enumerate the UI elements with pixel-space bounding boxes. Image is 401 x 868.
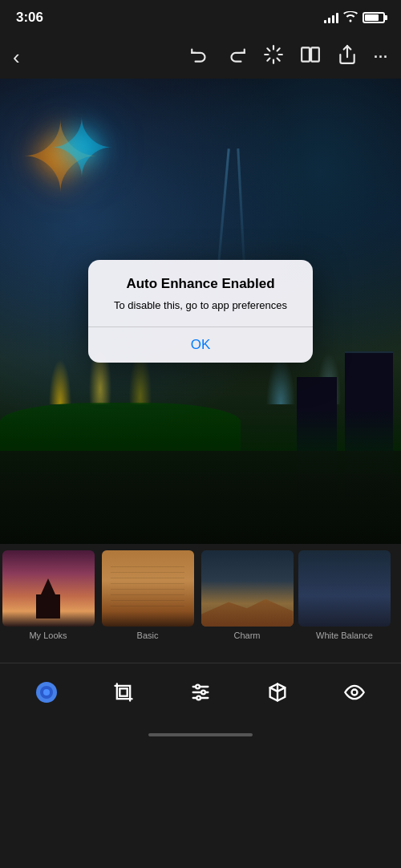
thumbnail-strip: My Looks Basic Charm White Balance [0, 544, 401, 663]
magic-button[interactable] [263, 44, 284, 70]
my-looks-label: My Looks [29, 631, 67, 640]
svg-point-19 [201, 691, 205, 695]
svg-rect-9 [311, 47, 319, 61]
charm-image [201, 550, 294, 627]
crop-icon [112, 681, 135, 709]
editor-toolbar: ‹ [0, 35, 401, 79]
svg-rect-14 [119, 688, 127, 696]
thumbnail-charm[interactable]: Charm [199, 550, 295, 640]
presets-icon [34, 680, 59, 710]
basic-label: Basic [137, 631, 159, 640]
wb-image [298, 550, 391, 627]
thumbnail-my-looks[interactable]: My Looks [0, 550, 96, 640]
tool-adjustments[interactable] [176, 681, 225, 709]
signal-icon [324, 12, 338, 23]
modal-message: To disable this, go to app preferences [104, 298, 297, 313]
toolbar-right: ··· [189, 44, 388, 70]
toolbar-left: ‹ [13, 45, 20, 70]
modal-ok-label: OK [191, 337, 211, 352]
my-looks-image [2, 550, 95, 627]
modal-content: Auto Enhance Enabled To disable this, go… [88, 260, 313, 326]
share-button[interactable] [337, 44, 358, 70]
charm-preview [201, 550, 294, 627]
redo-button[interactable] [226, 44, 247, 70]
wifi-icon [343, 11, 358, 25]
wb-label: White Balance [316, 631, 373, 640]
photo-area: Auto Enhance Enabled To disable this, go… [0, 79, 401, 544]
status-bar: 3:06 [0, 0, 401, 35]
svg-line-7 [277, 48, 280, 51]
basic-preview [102, 550, 194, 627]
my-looks-preview [2, 550, 95, 627]
status-icons [324, 11, 385, 25]
svg-point-18 [196, 685, 200, 689]
thumbnail-basic[interactable]: Basic [99, 550, 196, 640]
svg-line-2 [267, 48, 269, 51]
svg-point-20 [196, 696, 200, 700]
home-indicator [0, 727, 401, 743]
undo-button[interactable] [189, 44, 210, 70]
bottom-toolbar [0, 663, 401, 727]
more-button[interactable]: ··· [374, 49, 388, 66]
svg-point-13 [43, 689, 50, 696]
svg-line-3 [277, 59, 280, 61]
tool-crop[interactable] [99, 681, 148, 709]
basic-image [102, 550, 194, 627]
modal-title: Auto Enhance Enabled [104, 276, 297, 292]
modal-ok-button[interactable]: OK [88, 327, 313, 363]
auto-enhance-modal: Auto Enhance Enabled To disable this, go… [88, 260, 313, 362]
modal-overlay: Auto Enhance Enabled To disable this, go… [0, 79, 401, 544]
svg-point-21 [352, 690, 358, 696]
battery-icon [363, 12, 385, 23]
thumbnail-white-balance[interactable]: White Balance [298, 550, 391, 640]
healing-icon [266, 681, 289, 709]
back-button[interactable]: ‹ [13, 45, 20, 70]
status-time: 3:06 [16, 10, 43, 26]
tool-view[interactable] [330, 681, 379, 709]
tool-presets[interactable] [22, 680, 71, 710]
charm-label: Charm [233, 631, 260, 640]
tool-healing[interactable] [253, 681, 302, 709]
wb-preview [298, 550, 391, 627]
compare-button[interactable] [300, 44, 321, 70]
svg-rect-8 [302, 47, 310, 61]
svg-line-6 [267, 59, 269, 61]
adjustments-icon [189, 681, 212, 709]
view-icon [343, 681, 366, 709]
home-indicator-bar [148, 733, 253, 736]
